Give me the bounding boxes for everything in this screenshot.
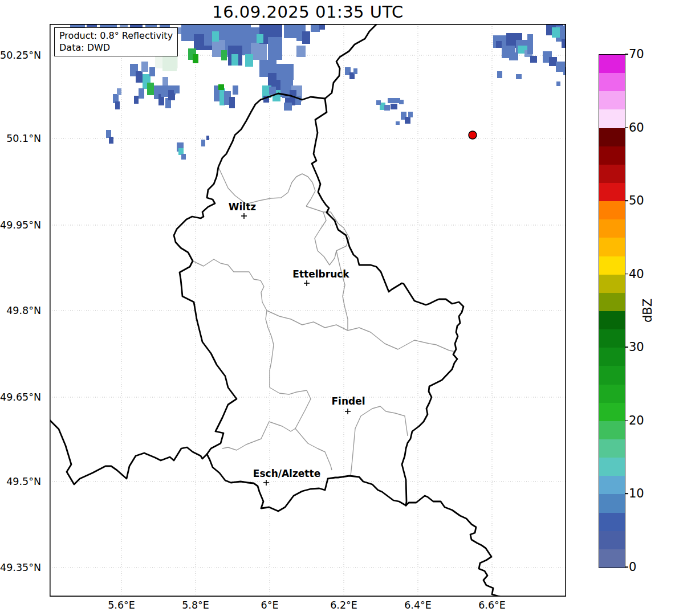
x-axis-tick-label: 5.6°E: [108, 599, 135, 611]
radar-echo-cell: [269, 87, 276, 95]
radar-map-page: 16.09.2025 01:35 UTC Product: 0.8° Refle…: [0, 0, 675, 616]
colorbar-tick-mark: [625, 493, 628, 495]
y-axis-tick-label: 49.65°N: [0, 391, 41, 403]
radar-echo-cell: [497, 71, 502, 78]
colorbar-tick-label: 50: [629, 194, 644, 207]
radar-echo-cell: [311, 24, 320, 32]
radar-echo-cell: [149, 67, 155, 76]
radar-echo-cell: [218, 84, 224, 90]
district-border: [351, 406, 408, 476]
colorbar-tick-label: 30: [629, 340, 644, 354]
radar-echo-cell: [257, 34, 263, 43]
colorbar-segment: [599, 275, 625, 293]
radar-echo-cell: [206, 136, 209, 140]
colorbar: [599, 54, 625, 568]
city-label: Wiltz: [229, 201, 256, 213]
radar-echo-cell: [262, 85, 270, 95]
colorbar-unit-label: dBZ: [641, 299, 654, 323]
y-axis-tick-label: 50.1°N: [6, 133, 41, 144]
colorbar-segment: [599, 146, 625, 165]
colorbar-segment: [599, 165, 625, 183]
colorbar-tick-mark: [625, 566, 628, 568]
colorbar-segment: [599, 531, 625, 549]
colorbar-segment: [599, 421, 625, 439]
radar-echo-cell: [391, 104, 397, 109]
district-border: [193, 259, 274, 387]
colorbar-segment: [599, 549, 625, 568]
radar-echo-cell: [376, 100, 381, 105]
radar-echo-cell: [284, 103, 292, 111]
district-border: [295, 429, 332, 470]
colorbar-segment: [599, 329, 625, 348]
radar-echo-cell: [396, 121, 400, 125]
colorbar-tick-label: 20: [629, 414, 644, 427]
page-title: 16.09.2025 01:35 UTC: [50, 2, 566, 22]
colorbar-tick-mark: [625, 200, 628, 201]
colorbar-segment: [599, 55, 625, 73]
radar-echo-cell: [134, 96, 139, 104]
colorbar-segment: [599, 109, 625, 128]
radar-echo-cell: [201, 140, 205, 146]
map-canvas: [50, 24, 566, 597]
colorbar-tick-mark: [625, 127, 628, 128]
colorbar-segment: [599, 513, 625, 531]
x-axis-tick-label: 6°E: [261, 599, 279, 611]
district-border: [336, 251, 348, 331]
product-line: Product: 0.8° Reflectivity: [59, 30, 173, 42]
colorbar-segment: [599, 348, 625, 366]
colorbar-segment: [599, 476, 625, 494]
radar-echo-cell: [276, 64, 294, 80]
y-axis-tick-label: 49.5°N: [6, 476, 41, 487]
x-axis-tick-label: 6.6°E: [478, 599, 506, 611]
x-axis-tick-label: 6.4°E: [404, 599, 432, 611]
colorbar-tick-label: 70: [629, 47, 644, 61]
radar-echo-cell: [296, 46, 306, 57]
radar-echo-cell: [556, 81, 560, 86]
radar-echo-cell: [115, 101, 120, 109]
radar-echo-cell: [496, 41, 502, 48]
radar-echo-cell: [193, 54, 198, 63]
colorbar-tick-label: 40: [629, 267, 644, 281]
radar-echo-cell: [251, 43, 267, 60]
city-label: Findel: [331, 395, 365, 407]
radar-echo-cell: [212, 31, 219, 42]
map-panel: Product: 0.8° Reflectivity Data: DWD Wil…: [50, 24, 566, 597]
radar-echo-cell: [117, 88, 121, 95]
radar-echo-cell: [233, 85, 238, 95]
colorbar-segment: [599, 494, 625, 512]
radar-echo-cell: [388, 98, 400, 103]
colorbar-segment: [599, 256, 625, 275]
country-border: [207, 454, 406, 511]
country-border: [312, 99, 463, 505]
colorbar-tick-label: 0: [629, 560, 636, 574]
district-border: [267, 311, 455, 352]
colorbar-tick-mark: [625, 54, 628, 55]
radar-echo-cell: [231, 54, 238, 66]
radar-echo-cell: [229, 97, 235, 108]
colorbar-segment: [599, 311, 625, 329]
colorbar-segment: [599, 403, 625, 421]
colorbar-segment: [599, 385, 625, 403]
colorbar-segment: [599, 183, 625, 201]
radar-echo-cell: [399, 100, 404, 104]
colorbar-segment: [599, 458, 625, 476]
radar-echo-cell: [162, 54, 177, 71]
city-label: Ettelbruck: [292, 268, 349, 280]
product-info-box: Product: 0.8° Reflectivity Data: DWD: [54, 27, 178, 56]
radar-echo-cell: [174, 85, 180, 93]
radar-echo-cell: [384, 105, 390, 111]
colorbar-tick-label: 60: [629, 121, 644, 134]
colorbar-segment: [599, 201, 625, 219]
colorbar-tick-mark: [625, 346, 628, 348]
colorbar-segment: [599, 366, 625, 384]
radar-echo-cell: [245, 54, 253, 67]
radar-echo-cell: [181, 154, 186, 160]
radar-echo-cell: [509, 52, 518, 60]
radar-echo-cell: [221, 50, 227, 60]
y-axis-tick-label: 49.35°N: [0, 562, 41, 573]
radar-echo-cell: [408, 112, 413, 117]
radar-echo-cell: [527, 34, 533, 54]
colorbar-segment: [599, 439, 625, 458]
radar-echo-cell: [353, 68, 357, 74]
radar-echo-cell: [109, 137, 113, 144]
